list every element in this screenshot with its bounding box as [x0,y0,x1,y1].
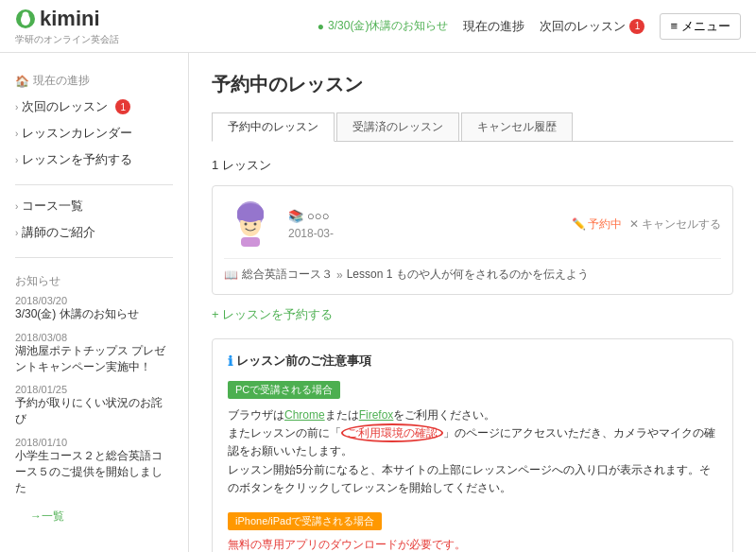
status-badge: ✏️ 予約中 [572,216,622,233]
sidebar-divider2 [15,257,173,258]
logo-area: kimini 学研のオンライン英会話 [15,7,119,46]
pc-text-4: またレッスンの前に「 [228,426,341,440]
page-title: 予約中のレッスン [212,72,733,97]
sidebar-progress-label: 🏠 現在の進捗 [0,68,188,94]
info-icon: ℹ [228,354,232,369]
pc-tag: PCで受講される場合 [228,381,340,399]
logo: kimini [15,7,100,31]
avatar-svg [224,198,277,250]
sidebar-notice-item-1: 2018/03/08 湖池屋ポテトチップス プレゼントキャンペーン実施中！ [15,332,173,375]
sidebar-notice-item-3: 2018/01/10 小学生コース２と総合英語コース５のご提供を開始しました [15,437,173,495]
notice-text-0[interactable]: 3/30(金) 休講のお知らせ [15,306,173,322]
sidebar-item-courses[interactable]: › コース一覧 [0,193,188,219]
header-progress-link[interactable]: 現在の進捗 [463,18,524,35]
env-confirm-link[interactable]: ご利用環境の確認 [341,423,443,442]
menu-lines-icon: ≡ [670,19,678,33]
pc-text-1: ブラウザは [228,408,284,422]
book-icon: 📖 [224,268,238,282]
logo-text: kimini [40,7,100,31]
ipad-tag: iPhone/iPadで受講される場合 [228,512,382,530]
svg-rect-6 [237,213,264,220]
sidebar-courses-section: › コース一覧 › 講師のご紹介 [0,193,188,246]
sidebar-progress-section: 🏠 現在の進捗 › 次回のレッスン 1 › レッスンカレンダー › レッスンを予… [0,68,188,173]
add-lesson-link[interactable]: + レッスンを予約する [212,306,733,323]
lesson-count: 1 レッスン [212,157,733,174]
tabs: 予約中のレッスン 受講済のレッスン キャンセル履歴 [212,112,733,142]
lesson-card-header: 📚 ○○○ 2018-03- ✏️ 予約中 キャンセルする [224,198,721,250]
tab-reserved[interactable]: 予約中のレッスン [212,112,335,142]
lesson-card-footer: 📖 総合英語コース３ » Lesson 1 ものや人が何をされるのかを伝えよう [224,258,721,283]
avatar [224,198,277,250]
arrow-icon: › [15,201,18,212]
arrow-icon: › [15,102,18,112]
notice-date-2: 2018/01/25 [15,384,173,395]
sidebar-next-lesson-label: 次回のレッスン [22,98,108,115]
lesson-actions: ✏️ 予約中 キャンセルする [572,216,721,233]
sidebar-item-next-lesson[interactable]: › 次回のレッスン 1 [0,94,188,120]
arrow-icon: › [15,129,18,139]
lesson-name: 📚 ○○○ [288,209,560,223]
sidebar-notice-item-0: 2018/03/20 3/30(金) 休講のお知らせ [15,295,173,322]
logo-subtitle: 学研のオンライン英会話 [15,33,119,46]
main-layout: 🏠 現在の進捗 › 次回のレッスン 1 › レッスンカレンダー › レッスンを予… [0,53,756,552]
tab-completed[interactable]: 受講済のレッスン [336,112,459,141]
header-next-lesson-link[interactable]: 次回のレッスン 1 [540,18,644,35]
ipad-text-1: 無料の専用アプリのダウンロードが必要です。 [228,538,466,551]
sidebar-calendar-label: レッスンカレンダー [22,125,132,142]
header-nav: ● 3/30(金)休講のお知らせ 現在の進捗 次回のレッスン 1 ≡ メニュー [318,13,741,40]
svg-point-2 [23,11,29,18]
notice-title-text: レッスン前のご注意事項 [236,353,371,370]
sidebar-item-teachers[interactable]: › 講師のご紹介 [0,219,188,246]
sidebar-item-calendar[interactable]: › レッスンカレンダー [0,120,188,147]
sidebar-more-link[interactable]: →一覧 [15,505,173,528]
sidebar-reserve-label: レッスンを予約する [22,151,132,168]
menu-button[interactable]: ≡ メニュー [660,13,741,40]
sidebar-notice-section: お知らせ 2018/03/20 3/30(金) 休講のお知らせ 2018/03/… [0,266,188,536]
chrome-link[interactable]: Chrome [284,408,325,422]
sidebar-item-reserve[interactable]: › レッスンを予約する [0,147,188,173]
sidebar-teachers-label: 講師のご紹介 [22,224,95,241]
next-lesson-label: 次回のレッスン [540,18,626,35]
notice-section: ℹ レッスン前のご注意事項 PCで受講される場合 ブラウザはChromeまたはF… [212,338,733,552]
arrow-icon: › [15,155,18,165]
sidebar-courses-label: コース一覧 [22,198,83,215]
sidebar-notice-item-2: 2018/01/25 予約が取りにくい状況のお詫び [15,384,173,427]
notice-text-2[interactable]: 予約が取りにくい状況のお詫び [15,395,173,427]
home-icon: 🏠 [15,75,29,88]
notice-text-3[interactable]: 小学生コース２と総合英語コース５のご提供を開始しました [15,448,173,495]
svg-rect-9 [241,237,260,247]
svg-point-7 [245,223,248,226]
firefox-link[interactable]: Firefox [359,408,394,422]
status-text: 予約中 [588,216,622,233]
arrow-icon: › [15,228,18,238]
breadcrumb-arrow: » [336,268,343,282]
cancel-link[interactable]: キャンセルする [629,216,721,233]
svg-point-8 [254,223,257,226]
notice-date-0: 2018/03/20 [15,295,173,306]
notice-text-1[interactable]: 湖池屋ポテトチップス プレゼントキャンペーン実施中！ [15,343,173,375]
lesson-title: Lesson 1 ものや人が何をされるのかを伝えよう [347,267,589,283]
sidebar-notice-title: お知らせ [15,273,173,289]
header-notice[interactable]: ● 3/30(金)休講のお知らせ [318,18,449,34]
next-lesson-badge: 1 [629,19,644,34]
header: kimini 学研のオンライン英会話 ● 3/30(金)休講のお知らせ 現在の進… [0,0,756,53]
teacher-icon: 📚 [288,209,303,223]
notice-text: 3/30(金)休講のお知らせ [328,18,448,34]
pc-text-3: をご利用ください。 [393,408,495,422]
notice-section-title: ℹ レッスン前のご注意事項 [228,353,717,370]
sidebar: 🏠 現在の進捗 › 次回のレッスン 1 › レッスンカレンダー › レッスンを予… [0,53,189,552]
notice-circle-icon: ● [318,20,324,33]
tab-cancelled[interactable]: キャンセル履歴 [461,112,573,141]
pencil-icon: ✏️ [572,217,586,231]
ipad-notice-text: 無料の専用アプリのダウンロードが必要です。 まだダウンロードがお済みでない場合は… [228,536,717,552]
main-content: 予約中のレッスン 予約中のレッスン 受講済のレッスン キャンセル履歴 1 レッス… [189,53,756,552]
sidebar-next-lesson-badge: 1 [115,99,130,114]
notice-date-3: 2018/01/10 [15,437,173,448]
menu-label: メニュー [681,18,730,35]
lesson-info: 📚 ○○○ 2018-03- [288,209,560,240]
notice-date-1: 2018/03/08 [15,332,173,343]
sidebar-divider [15,184,173,185]
pc-text-6: レッスン開始5分前になると、本サイトの上部にレッスンページへの入り口が表示されま… [228,463,711,494]
teacher-name: ○○○ [307,209,330,223]
lesson-date: 2018-03- [288,227,560,240]
